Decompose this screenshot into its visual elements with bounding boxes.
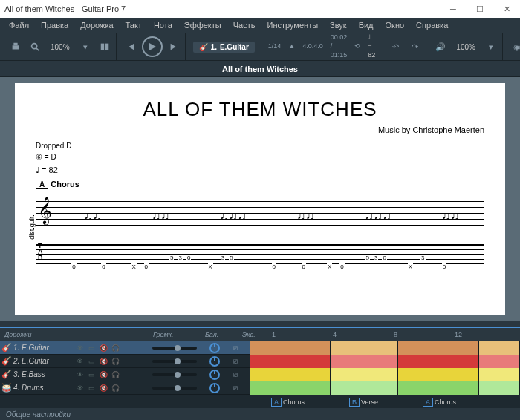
zoom-dropdown[interactable]: ▾ xyxy=(77,39,94,55)
eq-button[interactable]: ⎚ xyxy=(233,344,245,352)
tool-tuner[interactable]: ◉ xyxy=(509,39,520,55)
visible-icon[interactable]: 👁 xyxy=(74,356,85,367)
eq-button[interactable]: ⎚ xyxy=(233,357,245,365)
active-track-tab[interactable]: 🎸 1. E.Guitar xyxy=(193,42,255,53)
balance-knob[interactable] xyxy=(209,383,220,393)
playback-info: 1/14 ▲ 4.0:4.0 00:02 / 01:15 ⟲ ♩ = 82 xyxy=(262,33,382,59)
score-area[interactable]: ALL OF THEM WITCHES Music by Christophe … xyxy=(0,77,520,321)
note-group: ♫♫ xyxy=(441,209,459,223)
beat-position: 4.0:4.0 xyxy=(302,42,323,51)
mute-icon[interactable]: 🔇 xyxy=(98,383,108,393)
timeline-mark: 4 xyxy=(333,331,394,338)
track-row[interactable]: 🎸 1. E.Guitar 👁 ▭ 🔇 🎧 ⎚ xyxy=(0,341,520,355)
instrument-icon: 🎸 xyxy=(0,370,13,379)
tab-number: 0 xyxy=(272,263,276,270)
track-name: 1. E.Guitar xyxy=(13,344,74,352)
visible-icon[interactable]: 👁 xyxy=(74,343,85,353)
volume-slider[interactable] xyxy=(152,373,197,376)
volume-slider[interactable] xyxy=(152,347,197,350)
maximize-button[interactable]: ☐ xyxy=(467,0,493,18)
section-marker[interactable]: A xyxy=(271,398,282,407)
th-volume: Громк. xyxy=(149,331,201,338)
mute-icon[interactable]: 🔇 xyxy=(98,343,108,353)
note-group: ♫♫♫ xyxy=(220,209,247,223)
menu-section[interactable]: Часть xyxy=(227,19,261,31)
tab-number: 5 xyxy=(229,255,233,261)
track-timeline[interactable] xyxy=(250,368,520,381)
prev-button[interactable] xyxy=(123,39,139,55)
speaker-icon[interactable]: 🔊 xyxy=(432,39,449,55)
print-button[interactable] xyxy=(7,39,24,55)
menu-sound[interactable]: Звук xyxy=(324,19,353,31)
th-tracks: Дорожки xyxy=(0,331,74,338)
statusbar: Общие настройки xyxy=(0,408,520,420)
next-button[interactable] xyxy=(166,39,182,55)
tempo-value: 82 xyxy=(368,51,375,59)
instrument-icon: 🎸 xyxy=(0,343,13,352)
note-group: ♫♫♫ xyxy=(365,209,391,223)
tab-number: 0 xyxy=(442,263,446,270)
zoom-level[interactable]: 100% xyxy=(46,42,74,53)
song-title: ALL OF THEM WITCHES xyxy=(36,98,484,121)
menu-note[interactable]: Нота xyxy=(148,19,178,31)
undo-button[interactable]: ↶ xyxy=(387,39,403,55)
solo-icon[interactable]: 🎧 xyxy=(110,383,120,393)
visible-icon[interactable]: 👁 xyxy=(74,383,85,393)
volume-slider[interactable] xyxy=(152,360,197,363)
menu-track[interactable]: Дорожка xyxy=(74,19,119,31)
menu-help[interactable]: Справка xyxy=(410,19,454,31)
eq-button[interactable]: ⎚ xyxy=(233,370,245,378)
visible-icon[interactable]: 👁 xyxy=(74,370,85,380)
menu-window[interactable]: Окно xyxy=(380,19,411,31)
tab-number: 3 xyxy=(374,255,378,261)
tab-toggle[interactable]: ▭ xyxy=(86,370,97,380)
track-timeline[interactable] xyxy=(250,341,520,354)
volume-slider[interactable] xyxy=(152,387,197,390)
menu-file[interactable]: Файл xyxy=(3,19,35,31)
section-marker[interactable]: A xyxy=(423,398,433,407)
track-row[interactable]: 🎸 3. E.Bass 👁 ▭ 🔇 🎧 ⎚ xyxy=(0,368,520,381)
section-letter: A xyxy=(36,180,48,189)
track-row[interactable]: 🎸 2. E.Guitar 👁 ▭ 🔇 🎧 ⎚ xyxy=(0,355,520,368)
menu-tools[interactable]: Инструменты xyxy=(261,19,324,31)
redo-button[interactable]: ↷ xyxy=(406,39,423,55)
tuning-detail: ⑥ = D xyxy=(36,153,484,161)
balance-knob[interactable] xyxy=(209,343,220,353)
menu-view[interactable]: Вид xyxy=(353,19,380,31)
treble-clef-icon: 𝄞 xyxy=(38,197,52,224)
solo-icon[interactable]: 🎧 xyxy=(110,370,120,380)
svg-rect-1 xyxy=(13,43,17,46)
tab-toggle[interactable]: ▭ xyxy=(86,343,97,353)
play-button[interactable] xyxy=(142,36,163,57)
track-timeline[interactable] xyxy=(250,355,520,367)
tab-toggle[interactable]: ▭ xyxy=(86,356,97,367)
search-icon[interactable] xyxy=(27,39,43,55)
tab-number: 3 xyxy=(221,255,225,261)
view-mode-button[interactable] xyxy=(97,39,113,55)
mute-icon[interactable]: 🔇 xyxy=(98,370,108,380)
eq-button[interactable]: ⎚ xyxy=(233,384,245,392)
minimize-button[interactable]: ─ xyxy=(440,0,467,18)
solo-icon[interactable]: 🎧 xyxy=(110,356,120,367)
balance-knob[interactable] xyxy=(209,370,220,380)
menu-effects[interactable]: Эффекты xyxy=(178,19,227,31)
notation-staff[interactable]: 𝄞 ♫♫ ♫♫ ♫♫♫ ♫♫ ♫♫♫ ♫♫ xyxy=(36,201,484,231)
track-timeline[interactable] xyxy=(250,381,520,394)
close-button[interactable]: ✕ xyxy=(493,0,520,18)
section-marker[interactable]: B xyxy=(349,398,360,407)
solo-icon[interactable]: 🎧 xyxy=(110,343,120,353)
window-titlebar: All of them Witches - Guitar Pro 7 ─ ☐ ✕ xyxy=(0,0,520,18)
loop-icon[interactable]: ⟲ xyxy=(354,42,360,51)
menu-bar[interactable]: Такт xyxy=(120,19,148,31)
th-balance: Бал. xyxy=(201,331,238,338)
volume-dropdown[interactable]: ▾ xyxy=(483,39,499,55)
tab-toggle[interactable]: ▭ xyxy=(86,383,97,393)
track-name: 3. E.Bass xyxy=(13,370,74,378)
bar-position: 1/14 xyxy=(268,42,282,51)
tab-staff[interactable]: TAB 0 0 X 0 5 3 0 X 3 5 0 0 X 0 5 xyxy=(36,240,484,269)
mute-icon[interactable]: 🔇 xyxy=(98,356,108,367)
track-row[interactable]: 🥁 4. Drums 👁 ▭ 🔇 🎧 ⎚ xyxy=(0,381,520,395)
balance-knob[interactable] xyxy=(209,356,220,367)
volume-level[interactable]: 100% xyxy=(452,42,480,53)
menu-edit[interactable]: Правка xyxy=(35,19,74,31)
